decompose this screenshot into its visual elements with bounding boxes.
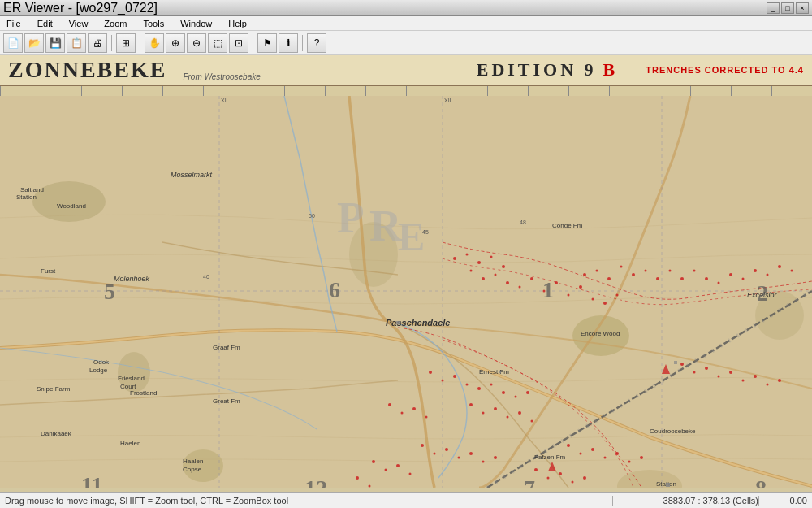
svg-text:Haelen: Haelen [120,440,140,447]
svg-point-88 [409,473,412,475]
svg-point-37 [645,270,647,272]
map-title: ZONNEBEKE [8,57,166,83]
svg-text:Fafzen Fm: Fafzen Fm [534,454,566,461]
svg-point-44 [729,273,732,276]
menu-item-help[interactable]: Help [225,19,250,28]
svg-point-64 [531,420,533,423]
close-button[interactable]: × [796,2,809,14]
svg-text:Coudroosebeke: Coudroosebeke [650,428,696,435]
minimize-button[interactable]: _ [767,2,780,14]
svg-text:50: 50 [309,213,315,219]
svg-point-16 [477,261,481,264]
fit-button[interactable]: ⊡ [229,33,248,53]
info-button[interactable]: ℹ [279,33,298,53]
svg-text:Mosselmarkt: Mosselmarkt [171,171,213,179]
svg-point-54 [477,387,481,390]
help-button[interactable]: ? [307,33,326,53]
svg-point-83 [482,461,485,463]
svg-point-14 [453,257,456,260]
svg-point-21 [495,274,497,276]
svg-text:Great Fm: Great Fm [213,397,240,405]
menu-item-zoom[interactable]: Zoom [101,19,130,28]
open-button[interactable]: 📂 [24,33,44,53]
copy-button[interactable]: 📋 [67,33,86,53]
zoom-in-button[interactable]: ⊕ [166,33,185,53]
layer-button[interactable]: ⊞ [116,33,136,53]
svg-point-70 [693,371,696,374]
svg-text:Snipe Farm: Snipe Farm [37,385,71,393]
svg-point-24 [530,277,533,280]
menu-item-edit[interactable]: Edit [34,19,56,28]
save-button[interactable]: 💾 [45,33,65,53]
svg-rect-153 [499,371,501,373]
svg-point-73 [729,371,732,374]
svg-text:40: 40 [203,274,209,280]
svg-point-58 [526,391,529,394]
svg-point-56 [502,391,505,394]
svg-point-100 [559,472,562,475]
new-button[interactable]: 📄 [3,33,23,53]
menu-item-file[interactable]: File [3,19,24,28]
svg-text:Copse: Copse [183,466,202,473]
svg-point-102 [583,476,586,480]
map-edition: EDITION 9 B TRENCHES CORRECTED TO 4.4 [477,59,804,80]
map-area[interactable]: ZONNEBEKE From Westroosebake EDITION 9 B… [0,55,812,488]
svg-point-29 [592,298,594,301]
window-title: ER Viewer - [wo297_0722] [3,1,158,15]
menubar: FileEditViewZoomToolsWindowHelp [0,16,812,31]
zoom-out-button[interactable]: ⊖ [187,33,206,53]
svg-point-39 [669,270,672,272]
svg-point-43 [718,282,720,284]
map-body[interactable]: Mosselmarkt Passchendaele Saltland Stati… [0,96,812,488]
titlebar: ER Viewer - [wo297_0722] _ □ × [0,0,812,16]
svg-point-66 [401,412,404,415]
identify-button[interactable]: ⚑ [257,33,277,53]
svg-point-59 [469,403,473,406]
svg-rect-155 [666,483,670,487]
svg-text:48: 48 [520,219,526,225]
hand-tool[interactable]: ✋ [145,33,164,53]
svg-point-62 [507,416,509,419]
svg-point-85 [372,460,375,463]
svg-text:Lodge: Lodge [89,367,108,374]
svg-text:Ernest Fm: Ernest Fm [479,368,509,376]
window-controls[interactable]: _ □ × [767,2,809,14]
map-header: ZONNEBEKE From Westroosebake EDITION 9 B… [0,55,812,86]
svg-point-79 [434,453,436,455]
svg-point-46 [754,269,757,272]
ruler-strip [0,86,812,96]
svg-point-60 [482,412,485,415]
menu-item-view[interactable]: View [66,19,92,28]
svg-point-15 [466,254,469,256]
svg-text:Graaf Fm: Graaf Fm [213,344,240,351]
svg-point-34 [607,277,611,280]
svg-point-47 [767,274,769,276]
svg-point-33 [596,270,598,272]
status-coordinates: 3883.07 : 378.13 (Cells) [612,496,758,506]
svg-point-41 [693,270,696,272]
svg-text:XI: XI [221,98,227,103]
svg-text:12: 12 [304,475,327,488]
menu-item-tools[interactable]: Tools [140,19,167,28]
svg-point-92 [580,453,582,455]
svg-point-49 [791,270,793,272]
svg-point-65 [388,403,391,406]
print-button[interactable]: 🖨 [88,33,107,53]
svg-text:7: 7 [524,475,535,488]
svg-point-20 [482,277,485,280]
svg-point-55 [490,384,493,386]
menu-item-window[interactable]: Window [177,19,215,28]
svg-point-89 [356,476,359,480]
map-svg: Mosselmarkt Passchendaele Saltland Stati… [0,96,812,488]
svg-point-53 [466,384,469,386]
maximize-button[interactable]: □ [781,2,794,14]
svg-text:Conde Fm: Conde Fm [552,222,583,229]
svg-text:Station: Station [16,193,37,201]
svg-point-91 [567,444,570,447]
svg-point-42 [705,277,708,280]
svg-point-30 [603,302,607,305]
statusbar: Drag mouse to move image, SHIFT = Zoom t… [0,492,812,508]
svg-text:Danikaaek: Danikaaek [41,430,72,437]
zoom-box-button[interactable]: ⬚ [208,33,227,53]
edition-letter: B [603,59,615,80]
